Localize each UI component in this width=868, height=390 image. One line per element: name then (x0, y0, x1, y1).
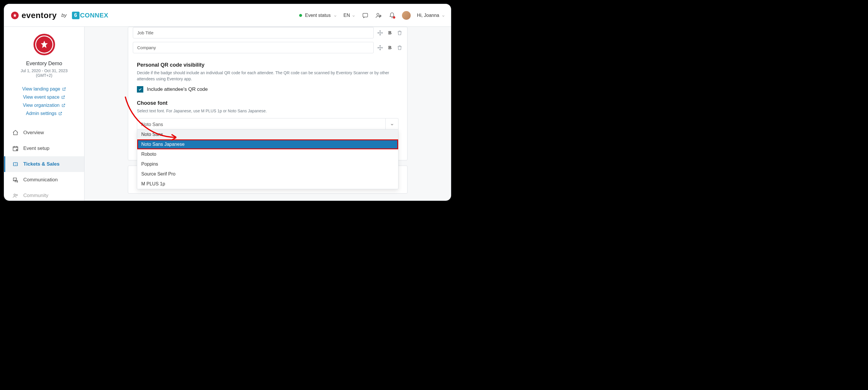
chevron-down-icon (385, 119, 398, 131)
partner-six: 6 (72, 12, 80, 19)
link-label: Admin settings (26, 111, 57, 116)
brand-by: by (61, 12, 67, 18)
external-link-icon (61, 95, 65, 99)
nav-overview[interactable]: Overview (4, 125, 84, 140)
nav-community[interactable]: Community (4, 188, 84, 200)
link-event-space[interactable]: View event space (23, 95, 65, 100)
event-status-dropdown[interactable]: Event status (299, 13, 337, 18)
nav-label: Event setup (23, 145, 50, 151)
chevron-down-icon (352, 14, 355, 17)
checkbox-label: Include attendee's QR code (147, 87, 208, 92)
external-link-icon (62, 87, 66, 91)
svg-point-4 (16, 149, 18, 151)
user-menu[interactable]: Hi, Joanna (417, 13, 445, 18)
bell-icon[interactable] (389, 12, 396, 19)
nav-communication[interactable]: Communication (4, 172, 84, 188)
link-label: View landing page (22, 87, 60, 92)
move-handle-icon[interactable] (377, 45, 383, 51)
brand-word: eventory (22, 11, 57, 20)
include-qr-checkbox[interactable] (137, 86, 143, 93)
nav-label: Community (23, 193, 48, 198)
event-logo (33, 34, 55, 55)
nav-label: Overview (23, 130, 44, 136)
add-user-icon[interactable] (375, 12, 382, 19)
link-label: View organization (23, 103, 59, 108)
nav-tickets-sales[interactable]: Tickets & Sales (4, 156, 84, 172)
field-row-company: Company B (128, 40, 407, 55)
font-option-noto-sans[interactable]: Noto Sans (137, 130, 398, 139)
move-handle-icon[interactable] (377, 30, 383, 36)
main-content: Job Title B Company B (85, 27, 451, 200)
bold-toggle[interactable]: B (388, 30, 392, 36)
link-landing-page[interactable]: View landing page (22, 87, 66, 92)
font-option-poppins[interactable]: Poppins (137, 159, 398, 169)
sidebar-quick-links: View landing page View event space View … (4, 87, 84, 116)
star-badge-icon (11, 12, 19, 19)
event-timezone: (GMT+2) (36, 73, 52, 78)
svg-point-6 (16, 194, 18, 196)
top-header: eventory by 6 CONNEX Event status EN (4, 4, 451, 27)
chevron-down-icon (441, 14, 445, 17)
nav-label: Communication (23, 177, 58, 183)
link-admin-settings[interactable]: Admin settings (26, 111, 62, 116)
sidebar-event-header: Eventory Demo Jul 1, 2020 - Oct 31, 2023… (4, 34, 84, 78)
event-dates: Jul 1, 2020 - Oct 31, 2023 (21, 68, 68, 73)
header-right: Event status EN Hi, Joanna (299, 11, 445, 20)
field-row-job-title: Job Title B (128, 27, 407, 40)
nav-event-setup[interactable]: Event setup (4, 140, 84, 156)
nav-label: Tickets & Sales (23, 161, 59, 167)
partner-rest: CONNEX (80, 12, 108, 19)
ticket-icon (12, 161, 19, 167)
avatar[interactable] (402, 11, 411, 20)
svg-point-1 (377, 13, 379, 15)
partner-logo: 6 CONNEX (72, 12, 108, 19)
font-dropdown: Noto Sans Noto Sans Japanese Roboto Popp… (137, 129, 399, 189)
calendar-settings-icon (12, 145, 19, 152)
section-heading: Personal QR code visibility (137, 62, 399, 68)
sidebar-nav: Overview Event setup Tickets & Sales Com… (4, 125, 84, 200)
status-dot-icon (299, 14, 302, 17)
language-dropdown[interactable]: EN (343, 13, 355, 18)
choose-font-section: Choose font Select text font. For Japane… (128, 95, 407, 160)
field-company[interactable]: Company (133, 42, 374, 53)
section-heading: Choose font (137, 100, 399, 106)
chat-icon[interactable] (362, 12, 369, 19)
field-job-title[interactable]: Job Title (133, 27, 374, 38)
font-option-source-serif-pro[interactable]: Source Serif Pro (137, 169, 398, 179)
section-description: Select text font. For Japanese, use M PL… (137, 108, 399, 114)
brand-logo[interactable]: eventory by 6 CONNEX (11, 11, 108, 20)
home-icon (12, 130, 19, 136)
font-option-noto-sans-japanese[interactable]: Noto Sans Japanese (137, 139, 398, 149)
people-icon (12, 192, 19, 199)
link-label: View event space (23, 95, 59, 100)
svg-point-5 (14, 194, 16, 196)
qr-visibility-section: Personal QR code visibility Decide if th… (128, 57, 407, 95)
chevron-down-icon (334, 14, 337, 17)
font-option-roboto[interactable]: Roboto (137, 149, 398, 159)
notification-dot-icon (393, 16, 395, 19)
greeting-text: Hi, Joanna (417, 13, 439, 18)
trash-icon[interactable] (397, 30, 403, 36)
external-link-icon (58, 111, 62, 116)
chat-bubbles-icon (12, 177, 19, 183)
font-select-value: Noto Sans (137, 119, 385, 131)
app-window: eventory by 6 CONNEX Event status EN (4, 4, 451, 200)
font-option-m-plus-1p[interactable]: M PLUS 1p (137, 179, 398, 189)
sidebar: Eventory Demo Jul 1, 2020 - Oct 31, 2023… (4, 27, 85, 200)
badge-settings-card: Job Title B Company B (128, 27, 407, 160)
trash-icon[interactable] (397, 45, 403, 51)
link-organization[interactable]: View organization (23, 103, 65, 108)
event-status-label: Event status (305, 13, 331, 18)
external-link-icon (61, 103, 65, 107)
svg-rect-0 (363, 13, 368, 17)
section-description: Decide if the badge should include an in… (137, 70, 399, 82)
event-name: Eventory Demo (26, 61, 62, 67)
language-label: EN (343, 13, 350, 18)
app-body: Eventory Demo Jul 1, 2020 - Oct 31, 2023… (4, 27, 451, 200)
bold-toggle[interactable]: B (388, 45, 392, 51)
